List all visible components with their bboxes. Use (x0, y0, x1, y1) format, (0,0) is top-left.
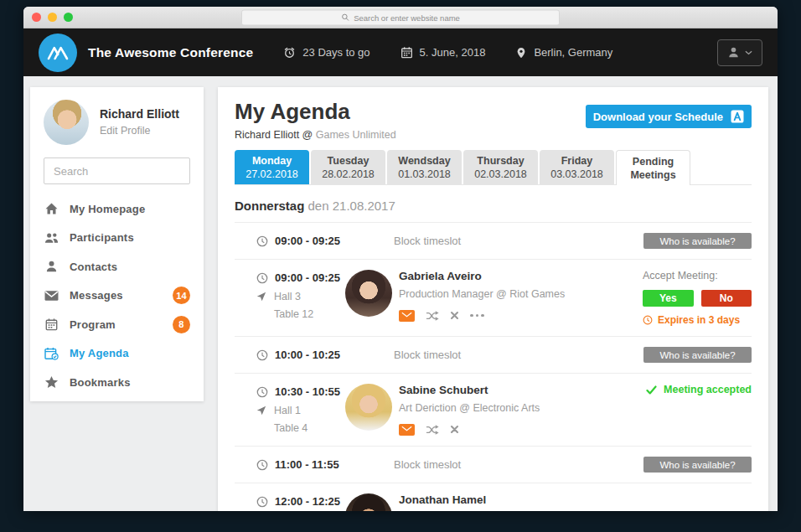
check-icon (646, 385, 657, 395)
who-is-available-button[interactable]: Who is available? (643, 233, 752, 249)
tab-date-label: 02.03.2018 (474, 168, 527, 180)
user-name: Richard Elliott (100, 107, 179, 121)
tab-day-label: Thursday (477, 155, 524, 167)
minimize-window-button[interactable] (48, 13, 57, 22)
tab-tuesday[interactable]: Tuesday 28.02.2018 (311, 150, 385, 184)
sidebar-item-messages[interactable]: Messages 14 (44, 281, 190, 311)
block-timeslot-label: Block timeslot (394, 349, 461, 361)
close-window-button[interactable] (32, 13, 41, 22)
event-date: 5. June, 2018 (400, 46, 486, 59)
who-is-available-button[interactable]: Who is available? (643, 457, 752, 473)
participants-icon (44, 231, 59, 245)
close-icon[interactable] (450, 311, 459, 320)
window-controls (32, 13, 73, 22)
tab-day-label: Monday (252, 155, 292, 167)
time-range: 09:00 - 09:25 (275, 235, 340, 247)
app-title: The Awesome Conference (88, 45, 253, 60)
participant-avatar[interactable] (345, 270, 392, 317)
sidebar-item-label: Contacts (70, 261, 117, 273)
search-input[interactable] (52, 164, 203, 178)
participant-avatar[interactable] (345, 384, 392, 431)
swap-icon[interactable] (426, 425, 439, 435)
timeslot-time: 09:00 - 09:25 (235, 233, 394, 249)
meeting-actions (399, 423, 540, 436)
messages-icon (44, 289, 59, 302)
timeslot-time: 11:00 - 11:55 (235, 457, 394, 473)
accept-no-button[interactable]: No (701, 290, 752, 307)
hall-label: Hall 3 (274, 291, 301, 302)
participant-name: Gabriela Aveiro (399, 270, 565, 284)
expires-clock-icon (643, 315, 653, 325)
app-body: Richard Elliott Edit Profile My Homepage… (23, 76, 778, 511)
alarm-clock-icon (283, 46, 296, 59)
meeting-row: 09:00 - 09:25 Hall 3 Table 12 Gabriela A… (235, 260, 752, 337)
clock-icon (256, 349, 268, 361)
program-icon (44, 318, 59, 331)
time-range: 10:30 - 10:55 (275, 385, 340, 398)
participant-name: Jonathan Hamel (399, 493, 486, 508)
swap-icon[interactable] (426, 311, 439, 321)
sidebar-menu: My Homepage Participants Contacts Messag… (44, 194, 190, 397)
notification-badge: 14 (173, 287, 190, 304)
tab-monday[interactable]: Monday 27.02.2018 (235, 150, 309, 184)
accept-meeting-block: Accept Meeting: Yes No Expires in 3 days (643, 270, 752, 326)
calendar-icon (400, 46, 413, 59)
participant-name: Sabine Schubert (399, 384, 540, 398)
chevron-down-icon (745, 50, 752, 55)
edit-profile-link[interactable]: Edit Profile (100, 125, 179, 137)
table-label: Table 4 (274, 422, 307, 434)
tab-thursday[interactable]: Thursday 02.03.2018 (463, 150, 538, 184)
event-location: Berlin, Germany (515, 46, 612, 59)
tab-friday[interactable]: Friday 03.03.2018 (540, 150, 614, 184)
map-pin-icon (515, 47, 527, 59)
user-menu-button[interactable] (717, 39, 762, 66)
meeting-time: 09:00 - 09:25 Hall 3 Table 12 (235, 270, 345, 326)
accept-yes-button[interactable]: Yes (643, 290, 694, 307)
person-icon (727, 46, 740, 59)
sidebar-item-my-homepage[interactable]: My Homepage (44, 194, 190, 224)
browser-chrome: Search or enter website name (23, 7, 778, 28)
meeting-status-area: Accept Meeting: Yes No Expires in 3 days (643, 270, 752, 326)
timeslot-row: 11:00 - 11:55 Block timeslot Who is avai… (235, 447, 752, 483)
tab-date-label: 27.02.2018 (245, 168, 298, 180)
meeting-details: Jonathan Hamel (399, 493, 486, 511)
sidebar-item-bookmarks[interactable]: Bookmarks (44, 368, 190, 397)
address-bar[interactable]: Search or enter website name (241, 9, 560, 25)
day-heading-rest: den 21.08.2017 (308, 199, 395, 213)
tab-day-label: Wendsday (398, 155, 450, 167)
conference-logo[interactable] (39, 34, 77, 72)
hall-label: Hall 1 (274, 405, 301, 416)
sidebar-item-participants[interactable]: Participants (44, 224, 190, 253)
participant-avatar[interactable] (345, 493, 392, 511)
meeting-accepted-status: Meeting accepted (643, 384, 752, 395)
more-icon[interactable] (470, 314, 484, 318)
event-location-label: Berlin, Germany (534, 46, 612, 59)
contacts-icon (44, 260, 59, 273)
sidebar-item-program[interactable]: Program 8 (44, 310, 190, 339)
download-schedule-button[interactable]: Download your Schedule (586, 105, 752, 128)
sidebar-item-label: Program (70, 318, 116, 331)
sidebar-item-contacts[interactable]: Contacts (44, 252, 190, 281)
timeslot-row: 10:00 - 10:25 Block timeslot Who is avai… (235, 337, 752, 374)
zoom-window-button[interactable] (64, 13, 73, 22)
profile-card: Richard Elliott Edit Profile (44, 100, 190, 145)
close-icon[interactable] (450, 425, 459, 434)
location-arrow-icon (256, 292, 266, 302)
table-label: Table 12 (274, 308, 313, 320)
sidebar-item-label: Participants (70, 231, 134, 244)
block-timeslot-label: Block timeslot (394, 235, 461, 247)
tab-date-label: 01.03.2018 (398, 168, 451, 180)
tab-day-label: Pending (633, 156, 674, 168)
tab-wendsday[interactable]: Wendsday 01.03.2018 (387, 150, 462, 184)
mail-icon[interactable] (399, 310, 415, 322)
sidebar-item-my-agenda[interactable]: My Agenda (44, 339, 190, 369)
meeting-details: Gabriela Aveiro Production Manager @ Rio… (399, 270, 565, 326)
clock-icon (256, 272, 268, 284)
page-subtitle: Richard Elliott @ Games Unlimited (235, 129, 752, 142)
user-avatar[interactable] (44, 100, 89, 145)
notification-badge: 8 (173, 316, 190, 333)
tab-pending[interactable]: Pending Meetings (616, 150, 690, 185)
sidebar-search (44, 158, 190, 184)
mail-icon[interactable] (399, 424, 415, 436)
who-is-available-button[interactable]: Who is available? (643, 347, 752, 363)
